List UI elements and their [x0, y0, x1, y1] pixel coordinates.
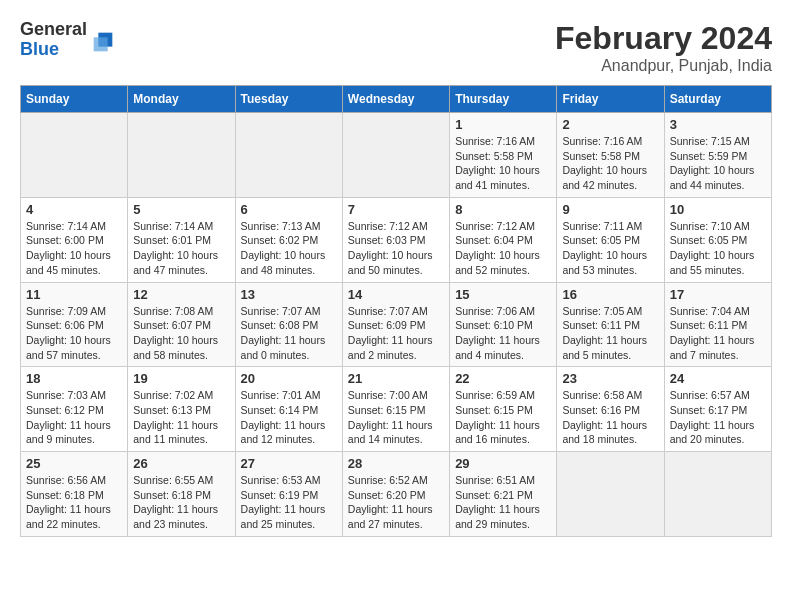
day-number: 24	[670, 371, 766, 386]
day-info: Sunrise: 6:51 AM Sunset: 6:21 PM Dayligh…	[455, 473, 551, 532]
day-info: Sunrise: 7:06 AM Sunset: 6:10 PM Dayligh…	[455, 304, 551, 363]
day-number: 7	[348, 202, 444, 217]
table-cell: 1Sunrise: 7:16 AM Sunset: 5:58 PM Daylig…	[450, 113, 557, 198]
day-number: 8	[455, 202, 551, 217]
day-info: Sunrise: 7:12 AM Sunset: 6:03 PM Dayligh…	[348, 219, 444, 278]
table-cell: 29Sunrise: 6:51 AM Sunset: 6:21 PM Dayli…	[450, 452, 557, 537]
weekday-header-row: SundayMondayTuesdayWednesdayThursdayFrid…	[21, 86, 772, 113]
day-number: 25	[26, 456, 122, 471]
header-friday: Friday	[557, 86, 664, 113]
day-info: Sunrise: 7:11 AM Sunset: 6:05 PM Dayligh…	[562, 219, 658, 278]
day-number: 13	[241, 287, 337, 302]
day-info: Sunrise: 7:07 AM Sunset: 6:08 PM Dayligh…	[241, 304, 337, 363]
table-cell: 17Sunrise: 7:04 AM Sunset: 6:11 PM Dayli…	[664, 282, 771, 367]
day-info: Sunrise: 7:12 AM Sunset: 6:04 PM Dayligh…	[455, 219, 551, 278]
table-cell: 8Sunrise: 7:12 AM Sunset: 6:04 PM Daylig…	[450, 197, 557, 282]
day-number: 2	[562, 117, 658, 132]
day-info: Sunrise: 7:08 AM Sunset: 6:07 PM Dayligh…	[133, 304, 229, 363]
day-number: 29	[455, 456, 551, 471]
day-info: Sunrise: 7:14 AM Sunset: 6:01 PM Dayligh…	[133, 219, 229, 278]
day-number: 4	[26, 202, 122, 217]
day-number: 18	[26, 371, 122, 386]
table-cell: 20Sunrise: 7:01 AM Sunset: 6:14 PM Dayli…	[235, 367, 342, 452]
table-cell: 23Sunrise: 6:58 AM Sunset: 6:16 PM Dayli…	[557, 367, 664, 452]
table-cell: 11Sunrise: 7:09 AM Sunset: 6:06 PM Dayli…	[21, 282, 128, 367]
header-monday: Monday	[128, 86, 235, 113]
table-cell: 4Sunrise: 7:14 AM Sunset: 6:00 PM Daylig…	[21, 197, 128, 282]
day-info: Sunrise: 7:00 AM Sunset: 6:15 PM Dayligh…	[348, 388, 444, 447]
table-cell	[557, 452, 664, 537]
logo: General Blue	[20, 20, 117, 60]
table-cell: 22Sunrise: 6:59 AM Sunset: 6:15 PM Dayli…	[450, 367, 557, 452]
table-cell: 28Sunrise: 6:52 AM Sunset: 6:20 PM Dayli…	[342, 452, 449, 537]
table-cell: 24Sunrise: 6:57 AM Sunset: 6:17 PM Dayli…	[664, 367, 771, 452]
table-cell: 16Sunrise: 7:05 AM Sunset: 6:11 PM Dayli…	[557, 282, 664, 367]
day-info: Sunrise: 7:14 AM Sunset: 6:00 PM Dayligh…	[26, 219, 122, 278]
page-title: February 2024	[555, 20, 772, 57]
day-info: Sunrise: 6:53 AM Sunset: 6:19 PM Dayligh…	[241, 473, 337, 532]
day-number: 19	[133, 371, 229, 386]
day-info: Sunrise: 7:13 AM Sunset: 6:02 PM Dayligh…	[241, 219, 337, 278]
header-sunday: Sunday	[21, 86, 128, 113]
day-number: 26	[133, 456, 229, 471]
day-info: Sunrise: 7:16 AM Sunset: 5:58 PM Dayligh…	[562, 134, 658, 193]
table-cell: 26Sunrise: 6:55 AM Sunset: 6:18 PM Dayli…	[128, 452, 235, 537]
day-info: Sunrise: 6:56 AM Sunset: 6:18 PM Dayligh…	[26, 473, 122, 532]
day-info: Sunrise: 7:07 AM Sunset: 6:09 PM Dayligh…	[348, 304, 444, 363]
day-info: Sunrise: 6:55 AM Sunset: 6:18 PM Dayligh…	[133, 473, 229, 532]
table-cell: 7Sunrise: 7:12 AM Sunset: 6:03 PM Daylig…	[342, 197, 449, 282]
day-number: 17	[670, 287, 766, 302]
day-info: Sunrise: 7:10 AM Sunset: 6:05 PM Dayligh…	[670, 219, 766, 278]
day-number: 3	[670, 117, 766, 132]
svg-marker-1	[94, 37, 108, 51]
day-info: Sunrise: 6:59 AM Sunset: 6:15 PM Dayligh…	[455, 388, 551, 447]
week-row-4: 18Sunrise: 7:03 AM Sunset: 6:12 PM Dayli…	[21, 367, 772, 452]
table-cell	[21, 113, 128, 198]
table-cell	[342, 113, 449, 198]
page-subtitle: Anandpur, Punjab, India	[555, 57, 772, 75]
table-cell: 14Sunrise: 7:07 AM Sunset: 6:09 PM Dayli…	[342, 282, 449, 367]
table-cell: 5Sunrise: 7:14 AM Sunset: 6:01 PM Daylig…	[128, 197, 235, 282]
table-cell: 18Sunrise: 7:03 AM Sunset: 6:12 PM Dayli…	[21, 367, 128, 452]
table-cell: 2Sunrise: 7:16 AM Sunset: 5:58 PM Daylig…	[557, 113, 664, 198]
day-number: 10	[670, 202, 766, 217]
table-cell: 12Sunrise: 7:08 AM Sunset: 6:07 PM Dayli…	[128, 282, 235, 367]
day-number: 20	[241, 371, 337, 386]
day-info: Sunrise: 6:58 AM Sunset: 6:16 PM Dayligh…	[562, 388, 658, 447]
table-cell: 21Sunrise: 7:00 AM Sunset: 6:15 PM Dayli…	[342, 367, 449, 452]
table-cell: 13Sunrise: 7:07 AM Sunset: 6:08 PM Dayli…	[235, 282, 342, 367]
day-number: 9	[562, 202, 658, 217]
header-thursday: Thursday	[450, 86, 557, 113]
week-row-1: 1Sunrise: 7:16 AM Sunset: 5:58 PM Daylig…	[21, 113, 772, 198]
table-cell: 27Sunrise: 6:53 AM Sunset: 6:19 PM Dayli…	[235, 452, 342, 537]
day-number: 27	[241, 456, 337, 471]
logo-blue: Blue	[20, 40, 87, 60]
header-saturday: Saturday	[664, 86, 771, 113]
day-number: 5	[133, 202, 229, 217]
day-info: Sunrise: 7:02 AM Sunset: 6:13 PM Dayligh…	[133, 388, 229, 447]
day-number: 21	[348, 371, 444, 386]
day-number: 16	[562, 287, 658, 302]
day-info: Sunrise: 7:16 AM Sunset: 5:58 PM Dayligh…	[455, 134, 551, 193]
day-info: Sunrise: 7:04 AM Sunset: 6:11 PM Dayligh…	[670, 304, 766, 363]
week-row-2: 4Sunrise: 7:14 AM Sunset: 6:00 PM Daylig…	[21, 197, 772, 282]
day-number: 11	[26, 287, 122, 302]
header: General Blue February 2024 Anandpur, Pun…	[20, 20, 772, 75]
table-cell	[664, 452, 771, 537]
table-cell: 19Sunrise: 7:02 AM Sunset: 6:13 PM Dayli…	[128, 367, 235, 452]
day-number: 22	[455, 371, 551, 386]
day-info: Sunrise: 6:52 AM Sunset: 6:20 PM Dayligh…	[348, 473, 444, 532]
table-cell: 3Sunrise: 7:15 AM Sunset: 5:59 PM Daylig…	[664, 113, 771, 198]
table-cell: 6Sunrise: 7:13 AM Sunset: 6:02 PM Daylig…	[235, 197, 342, 282]
day-info: Sunrise: 7:09 AM Sunset: 6:06 PM Dayligh…	[26, 304, 122, 363]
calendar-table: SundayMondayTuesdayWednesdayThursdayFrid…	[20, 85, 772, 537]
day-number: 23	[562, 371, 658, 386]
logo-general: General	[20, 20, 87, 40]
day-number: 12	[133, 287, 229, 302]
title-area: February 2024 Anandpur, Punjab, India	[555, 20, 772, 75]
day-number: 28	[348, 456, 444, 471]
table-cell	[128, 113, 235, 198]
table-cell	[235, 113, 342, 198]
day-number: 14	[348, 287, 444, 302]
week-row-5: 25Sunrise: 6:56 AM Sunset: 6:18 PM Dayli…	[21, 452, 772, 537]
